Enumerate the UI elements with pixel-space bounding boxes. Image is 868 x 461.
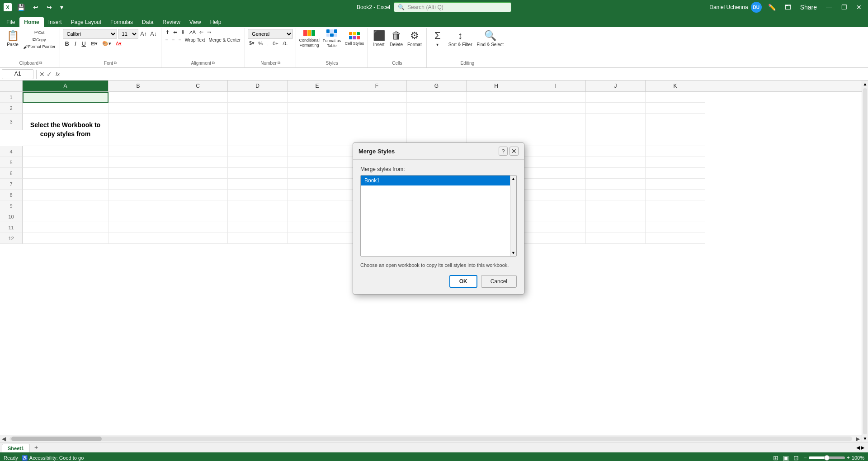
- normal-view-button[interactable]: ⊞: [772, 454, 780, 461]
- cell-J3[interactable]: [586, 114, 646, 146]
- cell-B4[interactable]: [108, 146, 168, 157]
- cell-K4[interactable]: [646, 146, 705, 157]
- listbox-scroll-up[interactable]: ▲: [510, 176, 516, 182]
- cell-E2[interactable]: [288, 103, 347, 114]
- cell-J2[interactable]: [586, 103, 646, 114]
- cell-C10[interactable]: [168, 211, 228, 222]
- cell-I11[interactable]: [526, 222, 586, 233]
- cell-B9[interactable]: [108, 200, 168, 211]
- cell-B1[interactable]: [108, 92, 168, 103]
- cell-A11[interactable]: [23, 222, 108, 233]
- cell-C9[interactable]: [168, 200, 228, 211]
- sheet-tab-sheet1[interactable]: Sheet1: [2, 444, 30, 452]
- cell-I3[interactable]: [526, 114, 586, 146]
- cell-K9[interactable]: [646, 200, 705, 211]
- cell-A9[interactable]: [23, 200, 108, 211]
- format-button[interactable]: ⚙ Format: [406, 29, 424, 48]
- cell-E6[interactable]: [288, 168, 347, 179]
- cell-I8[interactable]: [526, 190, 586, 200]
- align-left-button[interactable]: ≡: [164, 37, 170, 43]
- col-header-A[interactable]: A: [23, 81, 108, 91]
- cut-button[interactable]: ✂ Cut: [22, 29, 57, 36]
- tab-page-layout[interactable]: Page Layout: [66, 17, 106, 27]
- cell-D12[interactable]: [228, 233, 288, 244]
- tab-view[interactable]: View: [185, 17, 206, 27]
- cell-B8[interactable]: [108, 190, 168, 200]
- cell-A4[interactable]: [23, 146, 108, 157]
- fill-color-button[interactable]: 🎨▾: [100, 40, 113, 47]
- tab-review[interactable]: Review: [158, 17, 184, 27]
- zoom-slider[interactable]: [809, 456, 845, 459]
- cell-C4[interactable]: [168, 146, 228, 157]
- text-orientation-button[interactable]: ↗A: [187, 29, 197, 36]
- horizontal-scrollbar-thumb[interactable]: [11, 437, 102, 441]
- sheet-scroll-left-button[interactable]: ◀: [856, 445, 860, 451]
- font-expand-icon[interactable]: ⧉: [114, 61, 117, 66]
- col-header-J[interactable]: J: [586, 81, 646, 91]
- cell-C6[interactable]: [168, 168, 228, 179]
- tab-home[interactable]: Home: [19, 17, 43, 27]
- format-painter-button[interactable]: 🖌 Format Painter: [22, 43, 57, 50]
- cell-I2[interactable]: [526, 103, 586, 114]
- zoom-slider-thumb[interactable]: [824, 455, 830, 461]
- cell-J8[interactable]: [586, 190, 646, 200]
- tab-formulas[interactable]: Formulas: [106, 17, 137, 27]
- cell-A2[interactable]: [23, 103, 108, 114]
- cell-D4[interactable]: [228, 146, 288, 157]
- cell-B5[interactable]: [108, 157, 168, 168]
- cell-C5[interactable]: [168, 157, 228, 168]
- cell-D8[interactable]: [228, 190, 288, 200]
- cell-B6[interactable]: [108, 168, 168, 179]
- alignment-expand-icon[interactable]: ⧉: [212, 61, 215, 66]
- font-color-button[interactable]: A▾: [114, 40, 123, 47]
- increase-indent-button[interactable]: ⇒: [206, 29, 212, 36]
- share-button[interactable]: Share: [797, 3, 820, 12]
- col-header-E[interactable]: E: [288, 81, 347, 91]
- vertical-scrollbar-thumb[interactable]: [863, 88, 867, 434]
- number-expand-icon[interactable]: ⧉: [278, 61, 280, 66]
- confirm-formula-icon[interactable]: ✓: [47, 71, 52, 78]
- cell-J12[interactable]: [586, 233, 646, 244]
- cell-E7[interactable]: [288, 179, 347, 190]
- cell-J7[interactable]: [586, 179, 646, 190]
- cell-J9[interactable]: [586, 200, 646, 211]
- undo-button[interactable]: ↩: [30, 3, 41, 12]
- align-bottom-button[interactable]: ⬇: [179, 29, 186, 36]
- cell-H3[interactable]: [467, 114, 526, 146]
- cell-D7[interactable]: [228, 179, 288, 190]
- delete-button[interactable]: 🗑 Delete: [388, 29, 405, 48]
- wrap-text-button[interactable]: Wrap Text: [184, 37, 207, 43]
- cell-C7[interactable]: [168, 179, 228, 190]
- cell-D9[interactable]: [228, 200, 288, 211]
- customize-qat-button[interactable]: ▾: [57, 3, 66, 12]
- font-size-select[interactable]: 11: [118, 29, 138, 39]
- cell-D6[interactable]: [228, 168, 288, 179]
- cell-I10[interactable]: [526, 211, 586, 222]
- cell-B12[interactable]: [108, 233, 168, 244]
- add-sheet-button[interactable]: +: [31, 442, 42, 452]
- cell-A5[interactable]: [23, 157, 108, 168]
- cell-J5[interactable]: [586, 157, 646, 168]
- scroll-left-button[interactable]: ◀: [0, 436, 8, 442]
- vertical-scrollbar[interactable]: ▲ ▼: [862, 81, 868, 442]
- cell-A10[interactable]: [23, 211, 108, 222]
- col-header-C[interactable]: C: [168, 81, 228, 91]
- cell-A7[interactable]: [23, 179, 108, 190]
- cell-I1[interactable]: [526, 92, 586, 103]
- cell-I4[interactable]: [526, 146, 586, 157]
- col-header-H[interactable]: H: [467, 81, 526, 91]
- percent-button[interactable]: %: [257, 40, 264, 47]
- cell-C2[interactable]: [168, 103, 228, 114]
- align-top-button[interactable]: ⬆: [164, 29, 171, 36]
- cell-A12[interactable]: [23, 233, 108, 244]
- cell-D5[interactable]: [228, 157, 288, 168]
- cell-A1[interactable]: [23, 92, 108, 103]
- cell-E11[interactable]: [288, 222, 347, 233]
- cell-J4[interactable]: [586, 146, 646, 157]
- minimize-button[interactable]: —: [823, 3, 835, 12]
- col-header-B[interactable]: B: [108, 81, 168, 91]
- cell-A6[interactable]: [23, 168, 108, 179]
- merge-center-button[interactable]: Merge & Center: [208, 37, 242, 43]
- cell-D2[interactable]: [228, 103, 288, 114]
- decrease-decimal-button[interactable]: .0-: [281, 40, 289, 47]
